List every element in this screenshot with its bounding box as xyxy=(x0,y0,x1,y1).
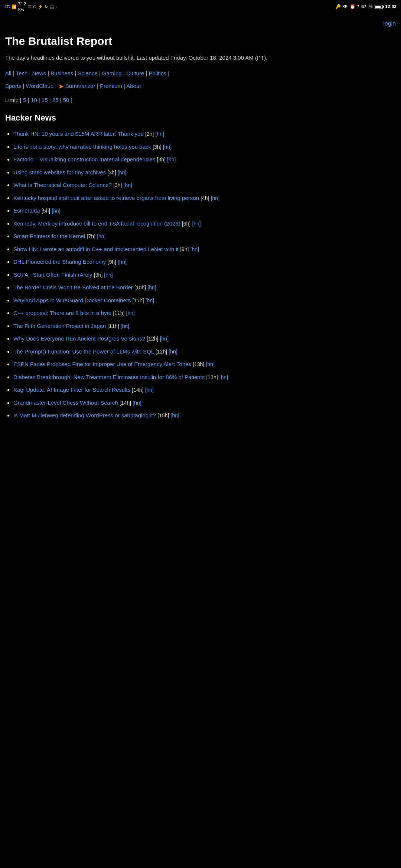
limit-label: Limit: [ xyxy=(5,97,22,103)
news-list: Thank HN: 10 years and $15M ARR later: T… xyxy=(5,130,396,420)
news-link[interactable]: Diabetes Breakthrough: New Treatment Eli… xyxy=(13,374,205,380)
limit-10[interactable]: 10 xyxy=(31,97,39,103)
nav-link-business[interactable]: Business xyxy=(50,70,73,76)
news-link[interactable]: Factorio – Visualizing construction mate… xyxy=(13,156,155,162)
news-link[interactable]: Show HN: I wrote an autodiff in C++ and … xyxy=(13,246,179,252)
list-item: SOFA - Start Often Finish rArely [9h] [h… xyxy=(13,271,396,279)
age-badge: [13h] xyxy=(193,361,204,367)
nav-link-about[interactable]: About xyxy=(126,83,141,89)
news-link[interactable]: Kentucky hospital staff quit after asked… xyxy=(13,195,199,201)
nav-row: All | Tech | News | Business | Science |… xyxy=(5,68,396,78)
list-item: Kentucky hospital staff quit after asked… xyxy=(13,194,396,203)
hn-link[interactable]: [hn] xyxy=(146,297,154,303)
news-link[interactable]: Wayland Apps in WireGuard Docker Contain… xyxy=(13,297,131,303)
news-link[interactable]: Grandmaster-Level Chess Without Search xyxy=(13,400,118,406)
age-badge: [3h] xyxy=(153,144,161,150)
limit-15[interactable]: 15 xyxy=(42,97,49,103)
nav-link-summarizer[interactable]: Summarizer xyxy=(65,83,95,89)
nav-link-gaming[interactable]: Gaming xyxy=(102,70,122,76)
hn-link[interactable]: [hn] xyxy=(155,131,164,137)
list-item: Kennedy, Merkley introduce bill to end T… xyxy=(13,220,396,228)
bluetooth-icon: * xyxy=(358,3,359,10)
nav-link-science[interactable]: Science xyxy=(78,70,97,76)
nav-link-all[interactable]: All xyxy=(5,70,12,76)
nav-link-news[interactable]: News xyxy=(32,70,46,76)
age-badge: [14h] xyxy=(120,400,131,406)
status-left: 4G 📶 72.2K/s 🛡 ⊙ ⚡ ↻ 🎧 ··· xyxy=(4,1,59,13)
login-link[interactable]: login xyxy=(5,19,396,28)
news-link[interactable]: Why Does Everyone Run Ancient Postgres V… xyxy=(13,335,145,342)
news-link[interactable]: Thank HN: 10 years and $15M ARR later: T… xyxy=(13,131,144,137)
hn-link[interactable]: [hn] xyxy=(147,285,156,290)
limit-50[interactable]: 50 xyxy=(63,97,71,103)
hn-link[interactable]: [hn] xyxy=(145,387,154,393)
news-link[interactable]: Is Matt Mullenweg defending WordPress or… xyxy=(13,412,156,418)
status-right: 🔑 👁 ⏰ * 67% 12:03 xyxy=(335,3,397,10)
news-link[interactable]: C++ proposal: There are 8 bits in a byte xyxy=(13,310,111,316)
hn-link[interactable]: [hn] xyxy=(163,144,172,150)
list-item: DHL Pioneered the Sharing Economy [9h] [… xyxy=(13,258,396,266)
key-icon: 🔑 xyxy=(335,3,341,10)
hn-link[interactable]: [hn] xyxy=(124,182,132,188)
news-link[interactable]: Smart Pointers for the Kernel xyxy=(13,233,85,239)
age-badge: [6h] xyxy=(182,221,190,227)
hn-link[interactable]: [hn] xyxy=(126,310,135,316)
list-item: The Prompt() Function: Use the Power of … xyxy=(13,348,396,356)
news-link[interactable]: Esmeralda xyxy=(13,207,40,214)
hn-link[interactable]: [hn] xyxy=(133,400,141,406)
age-badge: [11h] xyxy=(132,297,144,303)
hn-link[interactable]: [hn] xyxy=(206,361,215,367)
headphone-icon: 🎧 xyxy=(49,4,55,10)
hn-link[interactable]: [hn] xyxy=(219,374,228,380)
list-item: Smart Pointers for the Kernel [7h] [hn] xyxy=(13,232,396,241)
list-item: Thank HN: 10 years and $15M ARR later: T… xyxy=(13,130,396,138)
hn-link[interactable]: [hn] xyxy=(192,221,200,227)
news-link[interactable]: DHL Pioneered the Sharing Economy xyxy=(13,259,106,265)
list-item: Show HN: I wrote an autodiff in C++ and … xyxy=(13,245,396,254)
news-link[interactable]: Kagi Update: AI Image Filter for Search … xyxy=(13,387,130,393)
news-link[interactable]: Using static websites for tiny archives xyxy=(13,169,106,175)
list-item: C++ proposal: There are 8 bits in a byte… xyxy=(13,309,396,318)
hn-link[interactable]: [hn] xyxy=(118,259,126,265)
nav-link-politics[interactable]: Politics xyxy=(149,70,166,76)
nav-link-wordcloud[interactable]: WordCloud xyxy=(26,83,54,89)
list-item: Why Does Everyone Run Ancient Postgres V… xyxy=(13,335,396,343)
list-item: Diabetes Breakthrough: New Treatment Eli… xyxy=(13,373,396,382)
nav-link-premium[interactable]: Premium xyxy=(100,83,122,89)
list-item: Wayland Apps in WireGuard Docker Contain… xyxy=(13,296,396,305)
list-item: Life is not a story: why narrative think… xyxy=(13,143,396,151)
hn-link[interactable]: [hn] xyxy=(121,323,129,329)
limit-25[interactable]: 25 xyxy=(52,97,60,103)
hn-link[interactable]: [hn] xyxy=(167,157,176,162)
age-badge: [11h] xyxy=(113,310,124,316)
hn-link[interactable]: [hn] xyxy=(97,233,105,239)
section-title: Hacker News xyxy=(5,112,396,124)
age-badge: [2h] xyxy=(145,131,154,137)
news-link[interactable]: What Is Theoretical Computer Science? xyxy=(13,182,112,188)
battery-icon xyxy=(375,5,383,9)
age-badge: [13h] xyxy=(206,374,218,380)
hn-link[interactable]: [hn] xyxy=(118,170,126,175)
hn-link[interactable]: [hn] xyxy=(169,349,177,355)
hn-link[interactable]: [hn] xyxy=(211,195,219,201)
nav-link-tech[interactable]: Tech xyxy=(16,70,28,76)
news-link[interactable]: Kennedy, Merkley introduce bill to end T… xyxy=(13,220,180,227)
vpn-icon: 🛡 xyxy=(27,4,32,10)
list-item: What Is Theoretical Computer Science? [3… xyxy=(13,181,396,190)
news-link[interactable]: The Prompt() Function: Use the Power of … xyxy=(13,348,154,355)
news-link[interactable]: Life is not a story: why narrative think… xyxy=(13,144,151,150)
age-badge: [11h] xyxy=(107,323,119,329)
news-link[interactable]: The Border Crisis Won't Be Solved at the… xyxy=(13,284,133,290)
hn-link[interactable]: [hn] xyxy=(160,336,169,342)
hn-link[interactable]: [hn] xyxy=(52,208,60,214)
age-badge: [9h] xyxy=(94,272,102,278)
news-link[interactable]: The Fifth Generation Project in Japan xyxy=(13,323,106,329)
nav-link-sports[interactable]: Sports xyxy=(5,83,21,89)
hn-link[interactable]: [hn] xyxy=(171,412,179,418)
hn-link[interactable]: [hn] xyxy=(104,272,113,278)
news-link[interactable]: SOFA - Start Often Finish rArely xyxy=(13,272,92,278)
nav-link-culture[interactable]: Culture xyxy=(126,70,144,76)
news-link[interactable]: ESPN Faces Proposed Fine for Improper Us… xyxy=(13,361,191,367)
hn-link[interactable]: [hn] xyxy=(190,246,199,252)
limit-5[interactable]: 5 xyxy=(23,97,28,103)
